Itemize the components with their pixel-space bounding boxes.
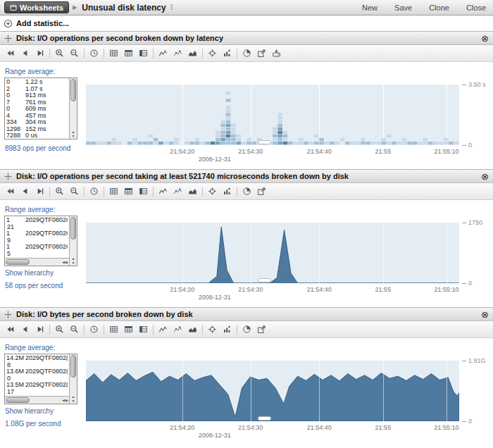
vertical-scrollbar[interactable]: ▲▼ xyxy=(69,216,77,266)
list-item[interactable]: 72880 us xyxy=(6,132,68,139)
list-item-wrap[interactable]: 9 xyxy=(6,237,68,244)
crosshair-button[interactable] xyxy=(205,323,220,336)
archive-button[interactable] xyxy=(269,47,284,60)
list-item-wrap[interactable]: 8 xyxy=(6,362,68,369)
time-range-button[interactable] xyxy=(87,47,101,60)
list-item[interactable]: 12029QTF0802QCK( xyxy=(6,217,68,224)
scrollbar-thumb[interactable] xyxy=(70,355,76,378)
zoom-in-button[interactable] xyxy=(52,185,67,198)
list-item[interactable]: 334304 ms xyxy=(6,119,68,126)
crosshair-button[interactable] xyxy=(205,185,220,198)
scrollbar-arrows[interactable]: ◀▶ xyxy=(62,397,68,404)
export-button[interactable] xyxy=(254,185,269,198)
pan-left-button[interactable] xyxy=(18,323,32,336)
table-values-button[interactable] xyxy=(106,47,121,60)
list-item[interactable]: 0913 ms xyxy=(6,92,68,99)
ops-spike-chart[interactable] xyxy=(86,223,459,283)
breakdown-listbox[interactable]: ▲▼ 01.22 s21.07 s0913 ms7761 ms0609 ms44… xyxy=(4,77,77,139)
panel-close-icon[interactable]: ⊗ xyxy=(481,34,489,43)
chart-line-button[interactable] xyxy=(156,47,170,60)
list-item-wrap[interactable]: 17 xyxy=(6,389,68,396)
close-button[interactable]: Close xyxy=(466,4,486,12)
move-icon[interactable] xyxy=(4,35,12,42)
list-item[interactable]: 12029QTF0802QCK( xyxy=(6,230,68,237)
list-item[interactable]: 14.2M2029QTF0802( xyxy=(6,355,68,362)
pie-button[interactable] xyxy=(239,47,254,60)
worksheets-button[interactable]: Worksheets xyxy=(4,1,69,13)
table-quantized-button[interactable] xyxy=(121,185,136,198)
time-range-button[interactable] xyxy=(87,323,101,336)
show-hierarchy-link[interactable]: Show hierarchy xyxy=(5,407,82,415)
scrollbar-arrows[interactable]: ▲▼ xyxy=(70,394,77,403)
horizontal-scrollbar[interactable]: ◀▶ xyxy=(5,396,69,404)
save-button[interactable]: Save xyxy=(394,4,412,12)
panel-close-icon[interactable]: ⊗ xyxy=(481,172,489,181)
show-hierarchy-link[interactable]: Show hierarchy xyxy=(5,269,82,277)
outliers-button[interactable] xyxy=(220,185,235,198)
step-back-button[interactable] xyxy=(3,47,18,60)
pie-button[interactable] xyxy=(239,185,254,198)
list-item[interactable]: 13.5M2029QTF0802( xyxy=(6,382,68,389)
table-hierarchy-button[interactable] xyxy=(136,323,151,336)
chart-layered-button[interactable] xyxy=(185,47,200,60)
list-item[interactable]: 7761 ms xyxy=(6,99,68,106)
time-axis-handle[interactable] xyxy=(258,140,271,144)
scrollbar-thumb[interactable] xyxy=(70,217,76,239)
step-back-button[interactable] xyxy=(3,185,18,198)
table-values-button[interactable] xyxy=(106,185,121,198)
pan-right-button[interactable] xyxy=(32,185,47,198)
scrollbar-arrows[interactable]: ◀▶ xyxy=(62,259,68,266)
scrollbar-thumb[interactable] xyxy=(6,259,30,265)
latency-heatmap-chart[interactable] xyxy=(86,85,459,145)
add-icon[interactable] xyxy=(4,19,13,28)
vertical-scrollbar[interactable]: ▲▼ xyxy=(69,78,77,139)
pan-left-button[interactable] xyxy=(18,47,32,60)
add-statistic-label[interactable]: Add statistic... xyxy=(16,19,69,27)
clone-button[interactable]: Clone xyxy=(429,4,449,12)
vertical-scrollbar[interactable]: ▲▼ xyxy=(69,354,77,404)
list-item-wrap[interactable]: 0 xyxy=(6,375,68,382)
breakdown-listbox[interactable]: ▲▼ ◀▶ 14.2M2029QTF0802(813.6M2029QTF0802… xyxy=(4,354,77,404)
table-hierarchy-button[interactable] xyxy=(136,185,151,198)
list-item[interactable]: 4457 ms xyxy=(6,113,68,120)
bytes-area-chart[interactable] xyxy=(86,361,459,421)
scrollbar-arrows[interactable]: ▲▼ xyxy=(70,256,77,265)
table-quantized-button[interactable] xyxy=(121,323,136,336)
export-button[interactable] xyxy=(254,323,269,336)
list-item[interactable]: 1298152 ms xyxy=(6,126,68,133)
list-item-wrap[interactable]: 21 xyxy=(6,224,68,231)
outliers-button[interactable] xyxy=(220,323,235,336)
list-item[interactable]: 01.22 s xyxy=(6,79,68,86)
pie-button[interactable] xyxy=(239,323,254,336)
chart-interpolated-button[interactable] xyxy=(170,323,185,336)
list-item[interactable]: 21.07 s xyxy=(6,86,68,93)
table-hierarchy-button[interactable] xyxy=(136,47,151,60)
time-axis-handle[interactable] xyxy=(258,278,271,282)
scrollbar-thumb[interactable] xyxy=(6,397,30,403)
scrollbar-thumb[interactable] xyxy=(70,79,76,101)
chart-line-button[interactable] xyxy=(156,323,170,336)
list-item[interactable]: 12029QTF0802QCK( xyxy=(6,244,68,251)
zoom-out-button[interactable] xyxy=(67,47,82,60)
new-button[interactable]: New xyxy=(362,4,377,12)
list-item[interactable]: 13.6M2029QTF0802( xyxy=(6,368,68,375)
scrollbar-arrows[interactable]: ▲▼ xyxy=(70,130,77,138)
chart-layered-button[interactable] xyxy=(185,323,200,336)
chart-interpolated-button[interactable] xyxy=(170,47,185,60)
panel-close-icon[interactable]: ⊗ xyxy=(481,310,489,319)
table-values-button[interactable] xyxy=(106,323,121,336)
move-icon[interactable] xyxy=(4,173,12,180)
chart-layered-button[interactable] xyxy=(185,185,200,198)
zoom-in-button[interactable] xyxy=(52,323,67,336)
zoom-out-button[interactable] xyxy=(67,323,82,336)
pan-right-button[interactable] xyxy=(32,47,47,60)
crosshair-button[interactable] xyxy=(205,47,220,60)
step-back-button[interactable] xyxy=(3,323,18,336)
breakdown-listbox[interactable]: ▲▼ ◀▶ 12029QTF0802QCK(2112029QTF0802QCK(… xyxy=(4,216,77,266)
export-button[interactable] xyxy=(254,47,269,60)
move-icon[interactable] xyxy=(4,311,12,318)
pan-right-button[interactable] xyxy=(32,323,47,336)
horizontal-scrollbar[interactable]: ◀▶ xyxy=(5,258,69,266)
list-item-wrap[interactable]: 5 xyxy=(6,251,68,258)
chart-line-button[interactable] xyxy=(156,185,170,198)
